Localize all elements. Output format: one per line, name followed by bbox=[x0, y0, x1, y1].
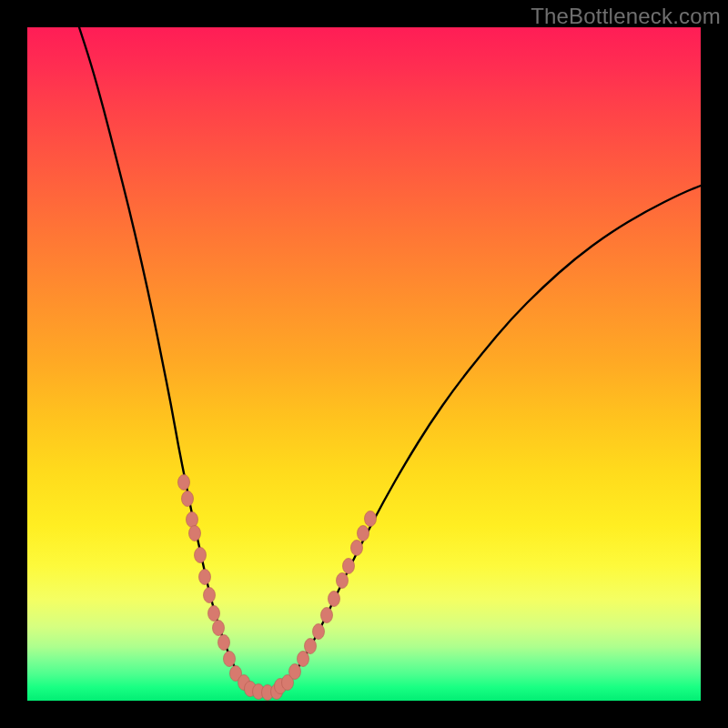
sample-dot bbox=[199, 570, 211, 585]
sample-dot bbox=[351, 541, 363, 556]
sample-dot bbox=[224, 652, 236, 667]
sample-dot bbox=[313, 624, 325, 640]
sample-dot bbox=[213, 621, 225, 636]
sample-dot bbox=[195, 548, 207, 563]
sample-dot bbox=[187, 512, 198, 528]
chart-overlay bbox=[27, 27, 701, 701]
sample-dot bbox=[182, 491, 194, 507]
sample-dot bbox=[189, 526, 201, 541]
sample-dot bbox=[204, 588, 216, 603]
sample-dot bbox=[218, 635, 230, 651]
sample-dot bbox=[178, 475, 190, 490]
sample-dot bbox=[343, 559, 355, 574]
sample-dot bbox=[305, 639, 317, 654]
sample-dot bbox=[329, 592, 340, 607]
sample-dot bbox=[321, 608, 333, 623]
sample-dot bbox=[358, 526, 369, 541]
sample-dots-group bbox=[178, 475, 377, 701]
watermark-label: TheBottleneck.com bbox=[531, 4, 721, 29]
chart-frame: TheBottleneck.com bbox=[0, 0, 728, 728]
sample-dot bbox=[298, 652, 309, 667]
sample-dot bbox=[365, 511, 377, 527]
sample-dot bbox=[337, 573, 349, 589]
bottleneck-curve bbox=[79, 27, 701, 693]
sample-dot bbox=[208, 606, 220, 622]
sample-dot bbox=[289, 664, 301, 680]
